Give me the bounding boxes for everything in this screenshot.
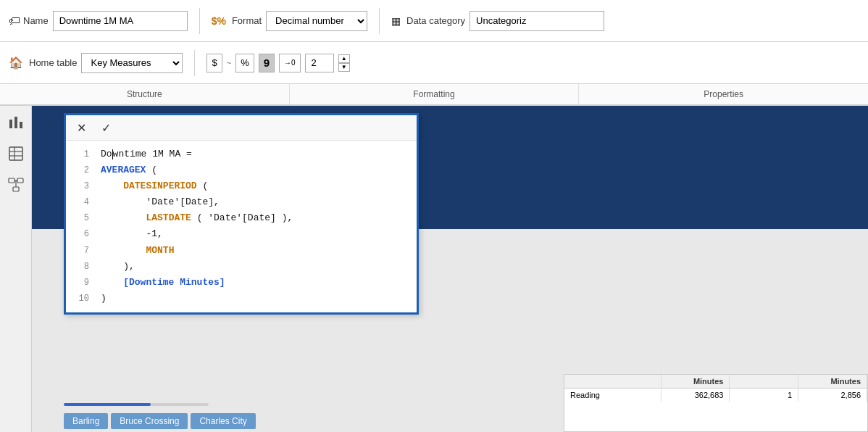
separator-2 <box>379 8 380 34</box>
table-icon[interactable] <box>6 144 26 164</box>
code-line-3: 3 DATESINPERIOD ( <box>66 178 417 194</box>
code-line-5: 5 LASTDATE ( 'Date'[Date] ), <box>66 210 417 226</box>
table-header-minutes-1: Minutes <box>662 375 730 388</box>
confirm-button[interactable]: ✓ <box>96 118 115 137</box>
table-header-minutes-2: Minutes <box>798 375 867 388</box>
second-toolbar: 🏠 Home table Key Measures $ ~ % 9 →0 ▲ ▼ <box>0 42 868 84</box>
hometable-label: 🏠 Home table <box>9 56 77 70</box>
svg-rect-7 <box>9 178 14 183</box>
table-cell-v1: 362,683 <box>662 389 730 402</box>
code-line-9: 9 [Downtime Minutes] <box>66 275 417 291</box>
code-line-1: 1 Downtime 1M MA = <box>66 146 417 162</box>
main-area: B Manu Barling Bruce Crossing Charles Ci… <box>0 106 868 432</box>
section-headers: Structure Formatting Properties <box>0 84 868 106</box>
format-select[interactable]: Decimal number <box>266 11 367 31</box>
progress-fill <box>64 403 151 406</box>
city-btn-bruce-crossing[interactable]: Bruce Crossing <box>111 413 188 429</box>
svg-rect-8 <box>17 178 23 183</box>
format-buttons-group: $ ~ % 9 →0 ▲ ▼ <box>206 54 349 72</box>
name-group: 🏷 Name <box>9 11 188 31</box>
hometable-group: 🏠 Home table Key Measures <box>9 53 183 73</box>
table-row: Reading 362,683 1 2,856 <box>564 389 867 402</box>
dollar-button[interactable]: $ <box>206 54 222 72</box>
chart-icon[interactable] <box>6 112 26 132</box>
spinner-up[interactable]: ▲ <box>338 54 350 63</box>
model-icon[interactable] <box>6 175 26 196</box>
comma-button[interactable]: 9 <box>259 54 275 72</box>
decimal-spinner: ▲ ▼ <box>338 54 350 72</box>
datacategory-icon: ▦ <box>391 15 401 27</box>
data-table: Minutes Minutes Reading 362,683 1 2,856 <box>564 374 868 432</box>
svg-rect-1 <box>14 117 17 128</box>
code-line-6: 6 -1, <box>66 226 417 242</box>
table-header-empty-2 <box>730 375 798 388</box>
name-input[interactable] <box>53 11 188 31</box>
datacategory-group: ▦ Data category <box>391 11 604 31</box>
svg-rect-9 <box>13 187 19 191</box>
city-buttons-row: Barling Bruce Crossing Charles City <box>64 410 256 432</box>
section-properties: Properties <box>579 84 868 104</box>
format-group: $% Format Decimal number <box>212 11 367 31</box>
code-line-10: 10 ) <box>66 291 417 307</box>
left-sidebar <box>0 106 32 432</box>
decimal-arrow-button[interactable]: →0 <box>279 54 301 72</box>
home-icon: 🏠 <box>9 56 23 70</box>
table-header-row: Minutes Minutes <box>564 375 867 389</box>
code-line-7: 7 MONTH <box>66 243 417 259</box>
table-cell-city: Reading <box>564 389 662 402</box>
section-formatting: Formatting <box>290 84 580 104</box>
code-line-2: 2 AVERAGEX ( <box>66 162 417 178</box>
svg-rect-0 <box>9 120 12 128</box>
format-label-text: $% Format <box>212 15 262 27</box>
hometable-select[interactable]: Key Measures <box>81 53 183 73</box>
code-line-8: 8 ), <box>66 259 417 275</box>
format-icon: $% <box>212 15 226 27</box>
top-toolbar: 🏷 Name $% Format Decimal number ▦ Data c… <box>0 0 868 42</box>
table-cell-v2: 1 <box>730 389 798 402</box>
tag-icon: 🏷 <box>9 14 20 28</box>
separator-1 <box>199 8 200 34</box>
city-btn-charles-city[interactable]: Charles City <box>191 413 255 429</box>
svg-rect-3 <box>9 147 22 160</box>
datacategory-input[interactable] <box>470 11 604 31</box>
decimal-places-input[interactable] <box>305 54 334 72</box>
code-line-4: 4 'Date'[Date], <box>66 194 417 210</box>
code-editor-body[interactable]: 1 Downtime 1M MA = 2 AVERAGEX ( 3 DATESI… <box>66 141 417 312</box>
tilde-icon: ~ <box>227 59 231 67</box>
cancel-button[interactable]: ✕ <box>72 118 91 137</box>
content-area: B Manu Barling Bruce Crossing Charles Ci… <box>32 106 868 432</box>
percent-button[interactable]: % <box>235 54 254 72</box>
table-cell-v3: 2,856 <box>798 389 867 402</box>
name-label: 🏷 Name <box>9 14 49 28</box>
svg-rect-2 <box>20 122 22 128</box>
separator-3 <box>194 50 195 76</box>
spinner-down[interactable]: ▼ <box>338 63 350 72</box>
table-header-empty <box>564 375 662 388</box>
editor-toolbar: ✕ ✓ <box>66 115 417 141</box>
city-btn-barling[interactable]: Barling <box>64 413 108 429</box>
datacategory-label: ▦ Data category <box>391 15 465 27</box>
section-structure: Structure <box>0 84 290 104</box>
progress-bar <box>64 403 209 406</box>
formula-editor: ✕ ✓ 1 Downtime 1M MA = 2 AVERAGEX ( 3 DA… <box>64 113 419 315</box>
